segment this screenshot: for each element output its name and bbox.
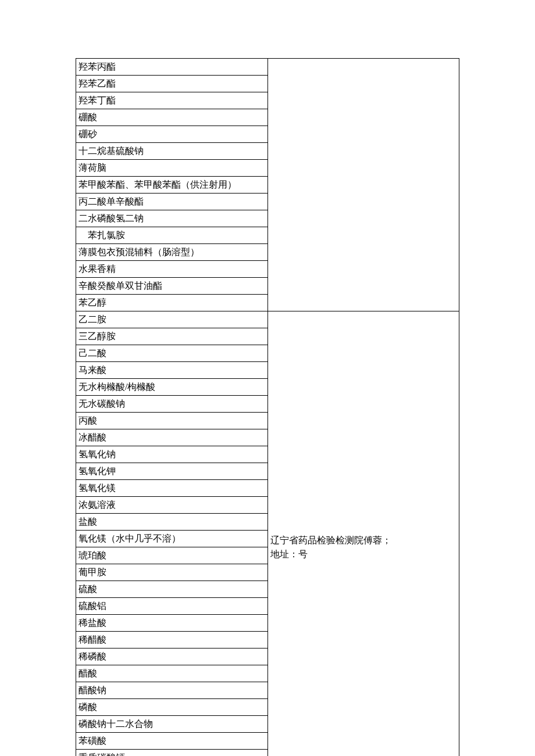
item-cell: 水果香精: [76, 261, 268, 278]
item-cell: 硫酸: [76, 581, 268, 598]
item-cell: 苯甲酸苯酯、苯甲酸苯酯（供注射用）: [76, 177, 268, 194]
item-cell: 苯乙醇: [76, 295, 268, 311]
item-cell: 琥珀酸: [76, 547, 268, 564]
item-cell: 冰醋酸: [76, 429, 268, 446]
item-cell: 氢氧化钠: [76, 446, 268, 463]
item-cell: 苯磺酸: [76, 733, 268, 750]
item-cell: 硼酸: [76, 109, 268, 126]
right-cell: [268, 59, 459, 311]
item-cell: 磷酸钠十二水合物: [76, 716, 268, 733]
item-cell: 丙二酸单辛酸酯: [76, 194, 268, 210]
item-cell: 羟苯丁酯: [76, 92, 268, 109]
item-cell: 薄膜包衣预混辅料（肠溶型）: [76, 244, 268, 261]
item-cell: 浓氨溶液: [76, 497, 268, 514]
item-cell: 硼砂: [76, 126, 268, 143]
item-cell: 己二酸: [76, 345, 268, 362]
item-cell: 乙二胺: [76, 311, 268, 328]
item-cell: 无水枸橼酸/枸橼酸: [76, 379, 268, 396]
item-cell: 葡甲胺: [76, 564, 268, 581]
item-cell: 二水磷酸氢二钠: [76, 210, 268, 227]
item-cell: 硫酸铝: [76, 598, 268, 615]
item-cell: 稀醋酸: [76, 632, 268, 648]
item-cell: 氧化镁（水中几乎不溶）: [76, 531, 268, 547]
table-row: 羟苯丙酯: [76, 59, 459, 76]
right-line-2: 地址：号: [270, 547, 457, 561]
item-cell: 盐酸: [76, 514, 268, 531]
item-cell: 重质碳酸钙: [76, 750, 268, 757]
item-cell: 薄荷脑: [76, 160, 268, 177]
data-table: 羟苯丙酯羟苯乙酯羟苯丁酯硼酸硼砂十二烷基硫酸钠薄荷脑苯甲酸苯酯、苯甲酸苯酯（供注…: [76, 58, 459, 756]
item-cell: 醋酸钠: [76, 682, 268, 699]
item-cell: 稀磷酸: [76, 648, 268, 665]
item-cell: 丙酸: [76, 413, 268, 429]
item-cell: 磷酸: [76, 699, 268, 716]
item-cell: 氢氧化钾: [76, 463, 268, 480]
item-cell: 苯扎氯胺: [76, 227, 268, 244]
item-cell: 羟苯乙酯: [76, 76, 268, 92]
item-cell: 马来酸: [76, 362, 268, 379]
item-cell: 稀盐酸: [76, 615, 268, 632]
item-cell: 辛酸癸酸单双甘油酯: [76, 278, 268, 295]
item-cell: 氢氧化镁: [76, 480, 268, 497]
item-cell: 无水碳酸钠: [76, 396, 268, 413]
right-cell: 辽宁省药品检验检测院傅蓉；地址：号: [268, 311, 459, 757]
item-cell: 十二烷基硫酸钠: [76, 143, 268, 160]
table-row: 乙二胺辽宁省药品检验检测院傅蓉；地址：号: [76, 311, 459, 328]
item-cell: 醋酸: [76, 665, 268, 682]
table-body: 羟苯丙酯羟苯乙酯羟苯丁酯硼酸硼砂十二烷基硫酸钠薄荷脑苯甲酸苯酯、苯甲酸苯酯（供注…: [76, 59, 459, 757]
item-cell: 三乙醇胺: [76, 328, 268, 345]
item-cell: 羟苯丙酯: [76, 59, 268, 76]
right-line-1: 辽宁省药品检验检测院傅蓉；: [270, 533, 457, 547]
